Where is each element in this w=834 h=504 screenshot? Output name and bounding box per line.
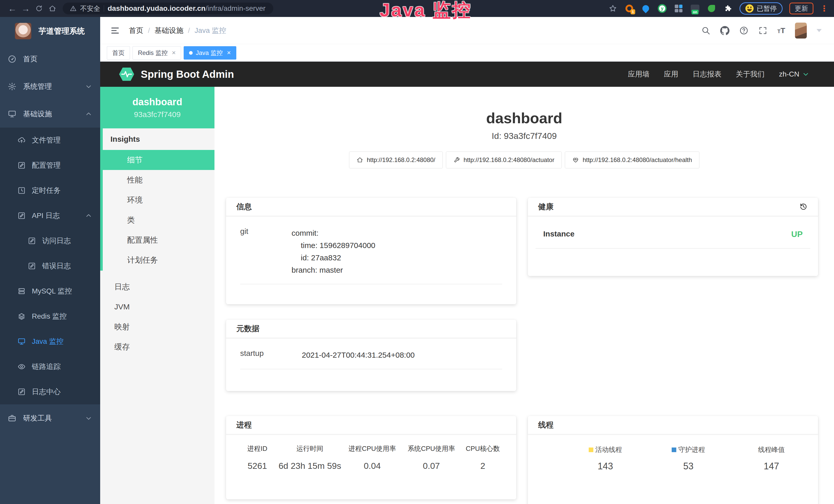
sba-item-logs[interactable]: 日志: [100, 277, 215, 297]
actuator-url-button[interactable]: http://192.168.0.2:48080/actuator: [446, 152, 562, 168]
metric-pid: 进程ID 5261: [238, 444, 277, 471]
sba-item-caches[interactable]: 缓存: [100, 337, 215, 357]
browser-back-button[interactable]: ←: [6, 2, 19, 15]
edit-icon: [18, 161, 26, 169]
tab-redis-monitor[interactable]: Redis 监控 ×: [133, 46, 181, 60]
sba-item-classes[interactable]: 类: [100, 210, 215, 230]
address-bar[interactable]: 不安全 dashboard.yudao.iocoder.cn/infra/adm…: [63, 3, 273, 15]
sidebar-item-mysql-monitor[interactable]: MySQL 监控: [0, 279, 100, 304]
threads-area-chart: 140 120 100: [528, 467, 818, 504]
heartbeat-icon: [572, 157, 579, 163]
sidebar-item-error-logs[interactable]: 错误日志: [0, 253, 100, 279]
user-avatar[interactable]: [795, 23, 807, 39]
extensions-puzzle-icon[interactable]: [723, 4, 733, 13]
sba-item-jvm[interactable]: JVM: [100, 297, 215, 317]
sidebar-item-access-logs[interactable]: 访问日志: [0, 228, 100, 253]
health-url-button[interactable]: http://192.168.0.2:48080/actuator/health: [565, 152, 699, 168]
monitor-icon: [8, 110, 17, 118]
browser-forward-button[interactable]: →: [19, 2, 32, 15]
github-icon[interactable]: [720, 26, 729, 35]
browser-menu-icon[interactable]: ⋮: [820, 4, 828, 13]
sidebar-item-system-management[interactable]: 系统管理: [0, 73, 100, 100]
active-group-indicator: [100, 87, 103, 271]
extension-leaf-icon[interactable]: [707, 4, 716, 13]
help-icon[interactable]: [739, 26, 748, 35]
sba-item-environment[interactable]: 环境: [100, 190, 215, 210]
instance-id: 93a3fc7f7409: [134, 110, 181, 119]
tab-close-icon[interactable]: ×: [227, 49, 231, 57]
sidebar-item-config-management[interactable]: 配置管理: [0, 153, 100, 178]
browser-reload-button[interactable]: [32, 2, 46, 15]
chevron-down-icon: [802, 70, 810, 78]
sba-brand[interactable]: Spring Boot Admin: [119, 67, 234, 82]
font-size-icon[interactable]: TT: [777, 26, 785, 35]
sidebar-item-dev-tools[interactable]: 研发工具: [0, 404, 100, 432]
tab-home[interactable]: 首页: [107, 46, 130, 60]
sidebar-item-scheduled-tasks[interactable]: 定时任务: [0, 178, 100, 203]
sba-nav: 应用墙 应用 日志报表 关于我们 zh-CN: [628, 69, 834, 79]
legend-swatch-yellow: [589, 448, 593, 452]
threads-legend: 活动线程 143 守护进程 53 线程峰值 147: [528, 434, 818, 472]
sidebar-item-trace[interactable]: 链路追踪: [0, 354, 100, 379]
instance-header[interactable]: dashboard 93a3fc7f7409: [100, 87, 215, 129]
history-icon[interactable]: [799, 202, 808, 211]
sidebar-item-log-center[interactable]: 日志中心: [0, 379, 100, 404]
not-secure-label: 不安全: [80, 4, 100, 13]
sba-nav-wallboard[interactable]: 应用墙: [628, 69, 650, 79]
sidebar-item-api-logs[interactable]: API 日志: [0, 203, 100, 228]
breadcrumb-infrastructure[interactable]: 基础设施: [155, 26, 183, 36]
sba-section-insights: Insights: [100, 129, 215, 150]
instance-title: dashboard: [215, 109, 834, 127]
fullscreen-icon[interactable]: [758, 26, 767, 35]
breadcrumb-current: Java 监控: [195, 26, 226, 36]
sidebar-item-java-monitor[interactable]: Java 监控: [0, 329, 100, 354]
search-icon[interactable]: [701, 26, 710, 35]
threads-card: 线程 活动线程 143 守护进程 53 线程峰值 147 140 120 100: [528, 416, 818, 504]
sba-brand-title: Spring Boot Admin: [141, 69, 234, 80]
extension-pin-icon[interactable]: [641, 4, 651, 13]
chevron-down-icon: [85, 414, 92, 422]
health-card-title: 健康: [538, 202, 553, 212]
extension-green-y-icon[interactable]: y: [657, 4, 667, 13]
metadata-card: 元数据 startup 2021-04-27T00:44:31.254+08:0…: [226, 320, 516, 391]
browser-home-button[interactable]: [46, 2, 59, 15]
sba-item-details[interactable]: 细节: [100, 150, 215, 170]
sidebar-item-file-management[interactable]: 文件管理: [0, 128, 100, 153]
app-logo-image: [15, 23, 31, 39]
extension-colorpicker-icon[interactable]: 1: [624, 4, 634, 13]
bookmark-star-icon[interactable]: [608, 4, 618, 13]
metric-system-cpu: 系统CPU使用率 0.07: [402, 444, 461, 471]
browser-update-button[interactable]: 更新: [789, 3, 813, 15]
breadcrumb-separator: /: [148, 26, 150, 35]
sidebar-item-redis-monitor[interactable]: Redis 监控: [0, 304, 100, 329]
sba-nav-applications[interactable]: 应用: [664, 69, 678, 79]
tab-close-icon[interactable]: ×: [172, 49, 176, 57]
tab-java-monitor[interactable]: Java 监控 ×: [184, 46, 236, 60]
sidebar-item-home[interactable]: 首页: [0, 45, 100, 73]
breadcrumb-home[interactable]: 首页: [129, 26, 143, 36]
app-logo-row[interactable]: 芋道管理系统: [0, 17, 100, 45]
info-card: 信息 git commit: time: 1596289704000 id: 2…: [226, 198, 516, 304]
extension-grid-icon[interactable]: [674, 4, 683, 13]
sba-nav-journal[interactable]: 日志报表: [693, 69, 722, 79]
sba-item-metrics[interactable]: 性能: [100, 170, 215, 190]
sba-locale-select[interactable]: zh-CN: [779, 70, 810, 78]
avatar-caret-down-icon[interactable]: [816, 29, 822, 32]
sidebar-item-infrastructure[interactable]: 基础设施: [0, 100, 100, 128]
table-row: startup 2021-04-27T00:44:31.254+08:00: [240, 349, 502, 369]
sba-item-config-props[interactable]: 配置属性: [100, 230, 215, 250]
sba-main-content: dashboard Id: 93a3fc7f7409 http://192.16…: [215, 87, 834, 504]
sba-item-scheduled-tasks[interactable]: 计划任务: [100, 250, 215, 270]
app-title: 芋道管理系统: [39, 26, 85, 37]
sba-item-mappings[interactable]: 映射: [100, 317, 215, 337]
legend-swatch-blue: [672, 448, 676, 452]
log-edit-icon: [18, 211, 26, 220]
metric-uptime: 运行时间 6d 23h 15m 59s: [277, 444, 343, 471]
extension-on-switch-icon[interactable]: on: [690, 4, 700, 13]
sba-nav-about[interactable]: 关于我们: [736, 69, 765, 79]
hamburger-icon[interactable]: [110, 26, 120, 35]
tab-active-dot: [189, 51, 193, 55]
service-url-button[interactable]: http://192.168.0.2:48080/: [349, 152, 443, 168]
instance-name: dashboard: [132, 96, 182, 108]
paused-profile-badge[interactable]: 已暂停: [740, 2, 783, 15]
